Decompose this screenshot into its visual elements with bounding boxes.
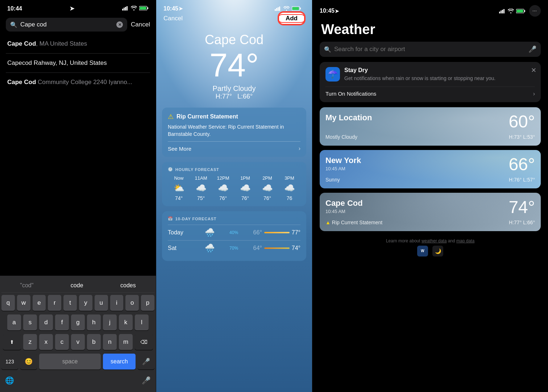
- ten-day-row-0: Today 🌧️ 40% 66° 77°: [168, 225, 300, 240]
- more-options-button[interactable]: •••: [529, 5, 541, 17]
- hourly-icon-2: ☁️: [218, 183, 229, 193]
- result-item-2[interactable]: Cape Cod Community College 2240 Iyanno..…: [6, 73, 150, 92]
- key-space[interactable]: space: [39, 354, 101, 370]
- alert-title: Rip Current Statement: [177, 113, 238, 120]
- key-delete[interactable]: ⌫: [135, 334, 153, 350]
- result-item-1[interactable]: Capecod Rahway, NJ, United States: [6, 54, 150, 73]
- map-data-link[interactable]: map data: [456, 238, 474, 243]
- key-w[interactable]: w: [17, 295, 30, 311]
- location-card-0[interactable]: My Location 60° Mostly Cloudy H:73° L:53…: [320, 107, 541, 146]
- search-bar[interactable]: 🔍 ✕: [6, 18, 127, 32]
- key-mic-bottom[interactable]: 🎤: [142, 376, 151, 385]
- key-z[interactable]: z: [23, 334, 37, 350]
- location-card-1[interactable]: New York 10:45 AM 66° Sunny H:76° L:57°: [320, 150, 541, 188]
- footer-links: Learn more about weather data and map da…: [320, 238, 541, 243]
- search-icon: 🔍: [10, 21, 17, 28]
- svg-rect-8: [276, 8, 277, 11]
- key-g[interactable]: g: [71, 314, 85, 330]
- hourly-items-row: Now ⛅ 74° 11AM ☁️ 75° 12PM ☁️ 76°: [168, 175, 300, 201]
- key-shift[interactable]: ⬆: [3, 334, 21, 350]
- clear-button[interactable]: ✕: [116, 21, 123, 28]
- see-more-text: See More: [168, 146, 191, 152]
- key-m[interactable]: m: [119, 334, 133, 350]
- key-l[interactable]: l: [135, 314, 149, 330]
- key-s[interactable]: s: [23, 314, 37, 330]
- signal-icon: [122, 6, 129, 12]
- key-emoji[interactable]: 😊: [20, 354, 37, 370]
- alert-triangle-icon: ▲: [325, 220, 331, 225]
- footer-text-2: and: [448, 238, 456, 243]
- key-r[interactable]: r: [48, 295, 61, 311]
- hourly-icon-3: ☁️: [240, 183, 251, 193]
- hourly-temp-2: 76°: [219, 195, 227, 201]
- key-row-3: ⬆ z x c v b n m ⌫: [1, 334, 154, 350]
- key-u[interactable]: u: [95, 295, 108, 311]
- key-e[interactable]: e: [33, 295, 46, 311]
- key-b[interactable]: b: [87, 334, 101, 350]
- notif-umbrella-icon: ☂️: [325, 67, 340, 82]
- hourly-time-0: Now: [174, 175, 183, 181]
- key-n[interactable]: n: [103, 334, 117, 350]
- key-k[interactable]: k: [119, 314, 133, 330]
- ten-day-label: 📅 10-DAY FORECAST: [168, 216, 300, 221]
- result-item-0[interactable]: Cape Cod, MA United States: [6, 34, 150, 54]
- hourly-item-1: 11AM ☁️ 75°: [190, 175, 212, 201]
- svg-rect-2: [125, 7, 126, 11]
- mic-icon-3[interactable]: 🎤: [528, 45, 536, 53]
- key-p[interactable]: p: [141, 295, 154, 311]
- key-microphone[interactable]: 🎤: [138, 354, 154, 370]
- key-f[interactable]: f: [55, 314, 69, 330]
- ten-day-pct-0: 40%: [229, 230, 238, 235]
- key-t[interactable]: t: [63, 295, 77, 311]
- key-q[interactable]: q: [1, 295, 15, 311]
- loc-card-bottom-2: ▲ Rip Current Statement H:77° L:66°: [325, 220, 535, 225]
- key-numbers[interactable]: 123: [1, 354, 18, 370]
- notif-title: Stay Dry: [344, 67, 535, 74]
- hourly-item-4: 2PM ☁️ 76°: [256, 175, 278, 201]
- keyboard: "cod" code codes q w e r t y u i o p a s…: [0, 276, 156, 392]
- notif-action-text: Turn On Notifications: [325, 91, 376, 97]
- svg-rect-13: [292, 7, 299, 10]
- cancel-button-1[interactable]: Cancel: [131, 21, 150, 28]
- key-d[interactable]: d: [39, 314, 53, 330]
- key-c[interactable]: c: [55, 334, 69, 350]
- status-time-3: 10:45: [320, 8, 335, 14]
- alert-body: National Weather Service: Rip Current St…: [168, 124, 300, 138]
- panel3-search-bar[interactable]: 🔍 🎤: [320, 42, 541, 57]
- location-card-2[interactable]: Cape Cod 10:45 AM 74° ▲ Rip Current Stat…: [320, 193, 541, 231]
- location-icon: ➤: [70, 5, 74, 12]
- temp-range-0: 66° 77°: [253, 229, 300, 236]
- add-button[interactable]: Add: [278, 12, 305, 25]
- ten-day-card: 📅 10-DAY FORECAST Today 🌧️ 40% 66° 77° S…: [162, 211, 306, 261]
- hourly-icon-0: ⛅: [174, 183, 184, 193]
- key-v[interactable]: v: [71, 334, 85, 350]
- weather-channel-logo: W: [417, 246, 428, 257]
- loc-card-bottom-1: Sunny H:76° L:57°: [325, 177, 535, 183]
- key-i[interactable]: i: [110, 295, 124, 311]
- loc-name-0: My Location: [325, 113, 372, 122]
- notif-action[interactable]: Turn On Notifications ›: [325, 87, 535, 97]
- key-search[interactable]: search: [103, 354, 136, 370]
- predictive-0[interactable]: "cod": [13, 281, 41, 290]
- hourly-temp-1: 75°: [197, 195, 205, 201]
- search-input[interactable]: [20, 21, 113, 28]
- city-search-input[interactable]: [334, 46, 526, 53]
- key-j[interactable]: j: [103, 314, 117, 330]
- temp-high-1: 74°: [292, 245, 300, 251]
- key-y[interactable]: y: [79, 295, 92, 311]
- predictive-1[interactable]: code: [63, 281, 91, 290]
- notif-close-button[interactable]: ✕: [531, 66, 536, 74]
- cancel-button-2[interactable]: Cancel: [163, 15, 183, 22]
- weather-data-link[interactable]: weather data: [422, 238, 447, 243]
- loc-condition-1: Sunny: [325, 177, 340, 183]
- key-a[interactable]: a: [7, 314, 21, 330]
- key-o[interactable]: o: [125, 295, 139, 311]
- key-globe[interactable]: 🌐: [5, 376, 14, 385]
- result-text-2: Cape Cod Community College 2240 Iyanno..…: [7, 79, 132, 86]
- alert-card: ⚠ Rip Current Statement National Weather…: [162, 108, 306, 157]
- predictive-2[interactable]: codes: [113, 281, 143, 290]
- location-icon-2: ➤: [178, 5, 183, 12]
- key-h[interactable]: h: [87, 314, 101, 330]
- key-x[interactable]: x: [39, 334, 53, 350]
- see-more-row[interactable]: See More ›: [168, 141, 300, 152]
